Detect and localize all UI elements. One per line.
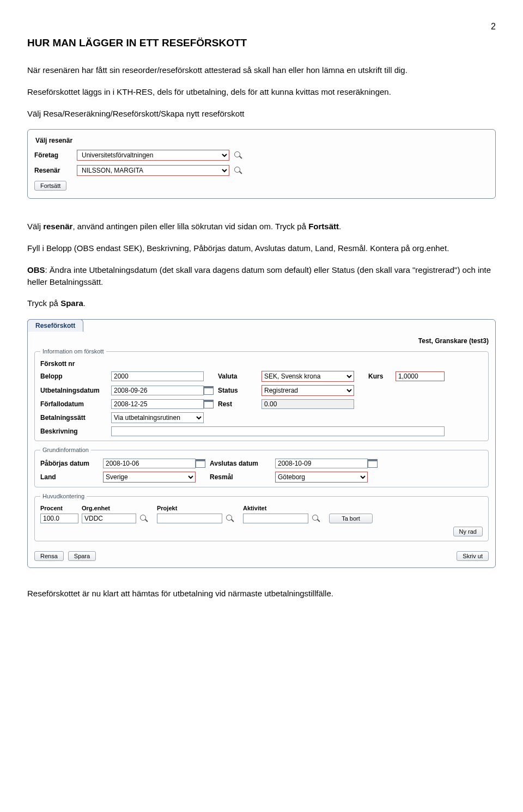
country-select[interactable]: Sverige <box>103 472 196 483</box>
search-icon[interactable] <box>234 151 242 160</box>
project-input[interactable] <box>157 514 222 523</box>
save-button[interactable]: Spara <box>68 551 96 561</box>
start-date-input[interactable] <box>103 459 196 468</box>
advance-no-label: Förskott nr <box>40 360 111 368</box>
select-traveller-panel: Välj resenär Företag Universitetsförvalt… <box>27 129 496 199</box>
basic-info-legend: Grundinformation <box>40 447 91 453</box>
basic-info-fieldset: Grundinformation Påbörjas datum Avslutas… <box>34 447 489 487</box>
company-row: Företag Universitetsförvaltningen <box>34 150 489 161</box>
current-user: Test, Granskare (test3) <box>34 337 489 345</box>
activity-input[interactable] <box>243 514 308 523</box>
table-row: Ta bort <box>40 514 483 523</box>
continue-button[interactable]: Fortsätt <box>34 181 66 191</box>
search-icon[interactable] <box>226 514 234 523</box>
remove-row-button[interactable]: Ta bort <box>329 514 373 523</box>
traveller-row: Resenär NILSSON, MARGITA <box>34 165 489 176</box>
paragraph-7: Tryck på Spara. <box>27 297 496 309</box>
print-button[interactable]: Skriv ut <box>457 551 489 561</box>
new-row-button[interactable]: Ny rad <box>453 527 483 536</box>
calendar-icon[interactable] <box>368 459 378 468</box>
clear-button[interactable]: Rensa <box>34 551 64 561</box>
calendar-icon[interactable] <box>204 386 214 395</box>
paragraph-6: OBS: Ändra inte Utbetalningsdatum (det s… <box>27 264 496 288</box>
traveller-label: Resenär <box>34 167 72 174</box>
destination-label: Resmål <box>210 473 275 481</box>
status-label: Status <box>218 387 262 394</box>
paragraph-8: Reseförskottet är nu klart att hämtas fö… <box>27 588 496 600</box>
paragraph-5: Fyll i Belopp (OBS endast SEK), Beskrivn… <box>27 242 496 254</box>
start-date-label: Påbörjas datum <box>40 460 103 467</box>
col-activity: Aktivitet <box>243 505 308 511</box>
amount-label: Belopp <box>40 373 111 380</box>
payment-method-select[interactable]: Via utbetalningsrutinen <box>111 412 204 423</box>
select-traveller-legend: Välj resenär <box>33 137 75 144</box>
country-label: Land <box>40 473 103 481</box>
search-icon[interactable] <box>234 166 242 175</box>
search-icon[interactable] <box>139 514 148 523</box>
end-date-input[interactable] <box>275 459 368 468</box>
orgunit-input[interactable] <box>82 514 136 523</box>
rest-label: Rest <box>218 400 262 408</box>
paragraph-2: Reseförskottet läggs in i KTH-RES, dels … <box>27 86 496 98</box>
col-orgunit: Org.enhet <box>82 505 136 511</box>
rest-input <box>262 399 354 409</box>
description-input[interactable] <box>111 426 445 436</box>
description-label: Beskrivning <box>40 428 111 435</box>
main-accounting-legend: Huvudkontering <box>40 493 87 499</box>
page-title: HUR MAN LÄGGER IN ETT RESEFÖRSKOTT <box>27 37 496 49</box>
tab-reseforskott[interactable]: Reseförskott <box>27 319 83 332</box>
currency-label: Valuta <box>218 373 262 380</box>
paragraph-1: När resenären har fått sin reseorder/res… <box>27 64 496 76</box>
col-project: Projekt <box>157 505 222 511</box>
paragraph-4: Välj resenär, använd antingen pilen elle… <box>27 221 496 233</box>
paragraph-3: Välj Resa/Reseräkning/Reseförskott/Skapa… <box>27 108 496 120</box>
rate-label: Kurs <box>368 373 396 380</box>
search-icon[interactable] <box>312 514 320 523</box>
currency-select[interactable]: SEK, Svensk krona <box>262 371 354 382</box>
payout-date-label: Utbetalningsdatum <box>40 387 111 394</box>
travel-advance-panel: Reseförskott Test, Granskare (test3) Inf… <box>27 319 496 568</box>
advance-info-fieldset: Information om förskott Förskott nr Belo… <box>34 348 489 441</box>
due-date-label: Förfallodatum <box>40 400 111 408</box>
company-select[interactable]: Universitetsförvaltningen <box>77 150 229 161</box>
main-accounting-fieldset: Huvudkontering Procent Org.enhet Projekt… <box>34 493 489 541</box>
advance-info-legend: Information om förskott <box>40 348 106 355</box>
rate-input[interactable] <box>396 371 445 381</box>
traveller-select[interactable]: NILSSON, MARGITA <box>77 165 229 176</box>
calendar-icon[interactable] <box>196 459 205 468</box>
amount-input[interactable] <box>111 371 204 381</box>
end-date-label: Avslutas datum <box>210 460 275 467</box>
col-percent: Procent <box>40 505 78 511</box>
due-date-input[interactable] <box>111 399 204 409</box>
calendar-icon[interactable] <box>204 400 214 408</box>
payout-date-input[interactable] <box>111 386 204 395</box>
page-number: 2 <box>27 22 496 32</box>
company-label: Företag <box>34 151 72 159</box>
destination-select[interactable]: Göteborg <box>275 472 368 483</box>
percent-input[interactable] <box>40 514 78 523</box>
payment-method-label: Betalningssätt <box>40 414 111 422</box>
status-select[interactable]: Registrerad <box>262 385 354 396</box>
